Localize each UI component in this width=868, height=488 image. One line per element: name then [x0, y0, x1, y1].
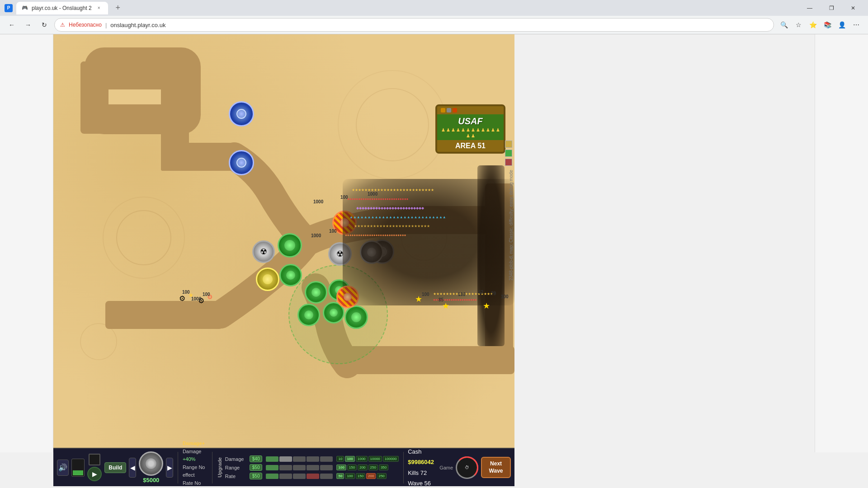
- next-wave-button[interactable]: Next Wave: [481, 457, 511, 478]
- wave-value: 56: [425, 480, 431, 486]
- menu-button[interactable]: ⋯: [850, 19, 863, 31]
- tower-striped-2[interactable]: [336, 286, 359, 308]
- dmg-lvl-10000[interactable]: 10000: [368, 456, 382, 462]
- svg-rect-6: [99, 61, 187, 120]
- tower-gray-2[interactable]: [360, 240, 383, 264]
- tower-inner-2: [236, 158, 246, 168]
- damage-upgrade-btn[interactable]: $40: [250, 455, 263, 462]
- tower-gear-1[interactable]: [256, 267, 279, 291]
- favorites-button[interactable]: ⭐: [807, 19, 819, 31]
- tower-blue-1[interactable]: [229, 101, 254, 127]
- tower-striped-1[interactable]: [332, 211, 357, 235]
- zoom-button[interactable]: 🔍: [778, 19, 790, 31]
- rate-lvl-250[interactable]: 250: [377, 473, 386, 479]
- active-tab[interactable]: 🎮 playr.co.uk - Onslaught 2 ×: [16, 2, 108, 14]
- tower-nuclear-2[interactable]: ☢: [328, 242, 352, 266]
- damage-bar-5: [320, 456, 333, 462]
- range-level-btns: 100 150 200 250 350: [336, 465, 388, 470]
- map-icon-1: [505, 141, 512, 148]
- range-bar-3: [293, 465, 306, 470]
- collections-button[interactable]: 📚: [821, 19, 834, 31]
- range-bars: [266, 465, 333, 470]
- rng-lvl-350[interactable]: 350: [379, 465, 388, 470]
- range-stat-label: Range: [225, 465, 248, 470]
- rate-bar-2: [279, 474, 292, 479]
- reload-button[interactable]: ↻: [38, 19, 51, 31]
- game-container: USAF ♟ ♟ ♟ ♟ ♟ ♟ ♟ ♟ ♟ ♟ ♟ ♟ ♟ ♟: [0, 34, 868, 486]
- rate-bar-1: [266, 474, 278, 479]
- new-tab-button[interactable]: +: [112, 2, 124, 14]
- stop-button[interactable]: [89, 454, 100, 465]
- usaf-person-12: ♟: [496, 127, 500, 132]
- svg-rect-7: [99, 61, 187, 120]
- rng-lvl-250[interactable]: 250: [368, 465, 378, 470]
- rng-lvl-200[interactable]: 200: [358, 465, 367, 470]
- security-warning-text: Небезопасно: [69, 22, 102, 28]
- rng-lvl-100[interactable]: 100: [336, 465, 346, 470]
- svg-point-0: [117, 211, 171, 265]
- next-tower-button[interactable]: ▶: [166, 458, 173, 478]
- svg-rect-17: [378, 206, 514, 234]
- tower-green-5[interactable]: [344, 305, 368, 329]
- dmg-6: 1000: [368, 192, 377, 197]
- usaf-person-3: ♟: [451, 127, 455, 132]
- nav-bar: ← → ↻ ⚠ Небезопасно | onslaught.playr.co…: [0, 16, 868, 34]
- dmg-lvl-1000[interactable]: 1000: [356, 456, 368, 462]
- damage-bar-1: [266, 456, 278, 462]
- profile-button[interactable]: 👤: [835, 19, 848, 31]
- rate-lvl-50[interactable]: 50: [336, 473, 344, 479]
- star-3: ★: [483, 301, 490, 311]
- range-upgrade-row: Range $50 100 150 200 250 350: [225, 464, 399, 471]
- tower-cluster: [279, 264, 302, 286]
- debug-mode-text: 2348-plob-d, map: Classic, difficulty: e…: [509, 170, 514, 281]
- maximize-button[interactable]: ❐: [821, 0, 842, 16]
- rate-lvl-150[interactable]: 150: [356, 473, 365, 479]
- damage-bar-2: [279, 456, 292, 462]
- dmg-lvl-100000[interactable]: 100000: [383, 456, 399, 462]
- minimize-button[interactable]: —: [799, 0, 820, 16]
- play-button[interactable]: ▶: [87, 467, 102, 481]
- rng-lvl-150[interactable]: 150: [347, 465, 357, 470]
- svg-rect-11: [161, 61, 189, 134]
- game-canvas[interactable]: USAF ♟ ♟ ♟ ♟ ♟ ♟ ♟ ♟ ♟ ♟ ♟ ♟ ♟ ♟: [53, 34, 514, 452]
- tower-green-center[interactable]: [305, 281, 327, 304]
- tower-preview-inner: [145, 457, 157, 470]
- forward-button[interactable]: →: [22, 19, 34, 31]
- star-button[interactable]: ☆: [792, 19, 805, 31]
- tower-gear-green-1[interactable]: [279, 264, 302, 286]
- tower-preview[interactable]: [139, 451, 163, 476]
- address-bar[interactable]: ⚠ Небезопасно | onslaught.playr.co.uk: [54, 18, 774, 32]
- enemy-left-3: ⚙: [207, 293, 213, 301]
- close-button[interactable]: ✕: [843, 0, 863, 16]
- build-button[interactable]: Build: [104, 462, 126, 473]
- rate-level-btns: 50 100 150 200 250: [336, 473, 386, 479]
- svg-rect-15: [161, 143, 236, 171]
- damage-upgrade-row: Damage $40 10 100 1000 10000: [225, 455, 399, 462]
- dmg-9: 100: [422, 292, 429, 297]
- dmg-lvl-100[interactable]: 100: [345, 456, 354, 462]
- tower-blue-2[interactable]: [229, 150, 254, 175]
- svg-rect-14: [161, 143, 189, 171]
- divider-2: [212, 452, 212, 483]
- dmg-lvl-10[interactable]: 10: [336, 456, 344, 462]
- tab-close-button[interactable]: ×: [95, 5, 103, 12]
- security-warning-icon: ⚠: [60, 22, 65, 28]
- prev-tower-button[interactable]: ◀: [129, 458, 136, 478]
- damage-bar-3: [293, 456, 306, 462]
- cash-row: Cash $9986042: [408, 446, 437, 468]
- usaf-sign: USAF ♟ ♟ ♟ ♟ ♟ ♟ ♟ ♟ ♟ ♟ ♟ ♟ ♟ ♟: [435, 104, 505, 154]
- rate-lvl-100[interactable]: 100: [345, 473, 354, 479]
- address-separator: |: [105, 22, 107, 28]
- tower-radar-1[interactable]: [278, 233, 302, 258]
- range-bar-5: [320, 465, 333, 470]
- svg-point-2: [356, 89, 429, 161]
- tower-nuclear-1[interactable]: ☢: [252, 240, 275, 263]
- upgrade-label: Upgrade: [217, 457, 222, 478]
- rate-lvl-200[interactable]: 200: [366, 473, 376, 479]
- star-1: ★: [415, 294, 422, 304]
- tower-green-3[interactable]: [297, 304, 320, 326]
- rate-upgrade-btn[interactable]: $50: [250, 473, 263, 479]
- back-button[interactable]: ←: [5, 19, 18, 31]
- range-upgrade-btn[interactable]: $50: [250, 464, 263, 471]
- sound-button[interactable]: 🔊: [57, 460, 69, 476]
